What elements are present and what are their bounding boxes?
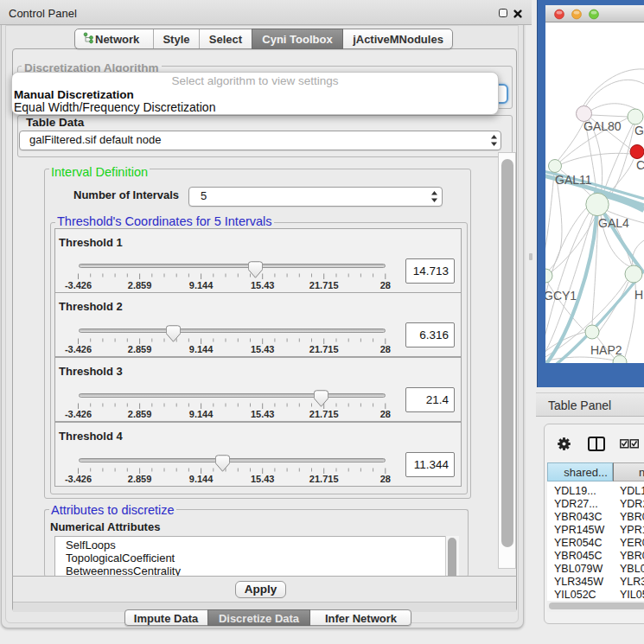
- svg-text:GCY1: GCY1: [545, 289, 577, 303]
- svg-text:GA: GA: [634, 124, 644, 137]
- svg-text:GAL80: GAL80: [583, 119, 622, 133]
- svg-text:C: C: [636, 158, 644, 172]
- svg-text:GAL11: GAL11: [555, 173, 592, 187]
- svg-text:GAL4: GAL4: [598, 216, 629, 230]
- svg-text:HAP2: HAP2: [590, 343, 622, 357]
- svg-text:H: H: [634, 288, 643, 302]
